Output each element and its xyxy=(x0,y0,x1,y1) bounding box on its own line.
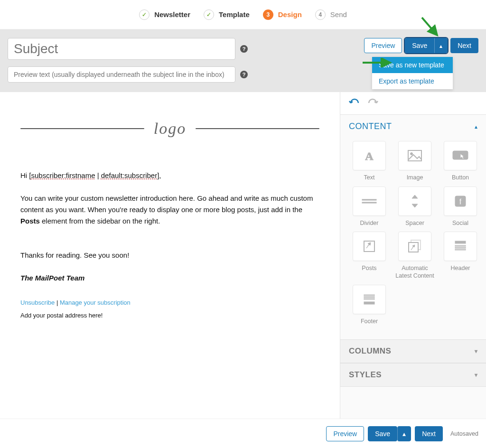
header-toolbar: ? ? Preview Save Next Save as new templa… xyxy=(0,29,486,92)
step-label: Send xyxy=(330,10,347,19)
tile-image[interactable]: Image xyxy=(394,141,435,182)
tile-spacer[interactable]: Spacer xyxy=(394,187,435,227)
merge-tag: default:subscriber xyxy=(101,171,157,179)
editor-sidebar: CONTENT ▴ A Text Image Button Divider xyxy=(340,92,486,420)
footer-links: Unsubscribe | Manage your subscription xyxy=(20,298,319,308)
save-dropdown-toggle[interactable] xyxy=(434,38,448,53)
svg-rect-10 xyxy=(409,243,418,252)
preview-button[interactable]: Preview xyxy=(364,38,402,53)
logo-text: logo xyxy=(154,116,186,141)
step-newsletter[interactable]: ✓ Newsletter xyxy=(139,9,190,20)
chevron-down-icon: ▾ xyxy=(475,372,478,378)
step-number-icon: 3 xyxy=(263,9,273,20)
export-as-template-item[interactable]: Export as template xyxy=(372,73,453,89)
check-icon: ✓ xyxy=(139,9,150,20)
tile-footer[interactable]: Footer xyxy=(349,285,390,326)
save-button[interactable]: Save xyxy=(405,38,434,53)
autosaved-label: Autosaved xyxy=(450,430,478,437)
svg-rect-8 xyxy=(364,241,374,252)
greeting-line: Hi [subscriber:firstname | default:subsc… xyxy=(20,170,319,181)
bottom-toolbar: Preview Save ▴ Next Autosaved xyxy=(0,419,486,448)
merge-tag: subscriber:firstname xyxy=(31,171,95,179)
svg-text:A: A xyxy=(365,150,374,162)
email-canvas[interactable]: logo Hi [subscriber:firstname | default:… xyxy=(0,92,340,420)
divider-line xyxy=(20,128,144,129)
unsubscribe-link[interactable]: Unsubscribe xyxy=(20,299,55,306)
help-icon[interactable]: ? xyxy=(240,45,248,53)
step-label: Design xyxy=(278,10,302,19)
tile-social[interactable]: f Social xyxy=(440,187,481,227)
svg-rect-12 xyxy=(455,245,466,246)
tile-button[interactable]: Button xyxy=(440,141,481,182)
svg-rect-18 xyxy=(364,302,374,304)
save-as-template-item[interactable]: Save as new template xyxy=(372,57,453,73)
next-button-bottom[interactable]: Next xyxy=(415,426,443,441)
preview-text-input[interactable] xyxy=(8,66,235,83)
top-action-buttons: Preview Save Next Save as new template E… xyxy=(364,38,478,53)
step-template[interactable]: ✓ Template xyxy=(204,9,250,20)
step-label: Newsletter xyxy=(154,10,190,19)
preview-button-bottom[interactable]: Preview xyxy=(326,426,364,441)
tile-divider[interactable]: Divider xyxy=(349,187,390,227)
step-label: Template xyxy=(219,10,250,19)
panel-columns-header[interactable]: COLUMNS ▾ xyxy=(340,339,486,363)
steps-nav: ✓ Newsletter ✓ Template 3 Design 4 Send xyxy=(0,0,486,29)
manage-subscription-link[interactable]: Manage your subscription xyxy=(60,299,131,306)
next-button[interactable]: Next xyxy=(450,38,478,53)
content-tiles: A Text Image Button Divider Spacer f S xyxy=(340,138,486,339)
tile-automatic-latest-content[interactable]: Automatic Latest Content xyxy=(394,232,435,280)
step-send[interactable]: 4 Send xyxy=(315,9,347,20)
chevron-down-icon: ▾ xyxy=(475,348,478,355)
subject-input[interactable] xyxy=(8,38,235,60)
svg-point-2 xyxy=(411,153,413,155)
svg-rect-15 xyxy=(364,295,374,296)
logo-header: logo xyxy=(20,116,319,141)
save-dropdown-toggle-bottom[interactable]: ▴ xyxy=(397,426,411,441)
svg-rect-17 xyxy=(364,299,374,299)
step-design[interactable]: 3 Design xyxy=(263,9,302,20)
save-split-button-bottom: Save ▴ xyxy=(368,426,411,441)
divider-line xyxy=(196,128,319,129)
body-paragraph: You can write your custom newsletter int… xyxy=(20,193,319,227)
step-number-icon: 4 xyxy=(315,9,326,20)
save-split-button: Save xyxy=(405,38,448,53)
svg-rect-11 xyxy=(455,241,466,243)
svg-rect-14 xyxy=(455,249,466,250)
bold-text: Posts xyxy=(20,217,40,225)
history-controls xyxy=(340,92,486,115)
check-icon: ✓ xyxy=(204,9,214,20)
svg-rect-5 xyxy=(362,202,376,203)
redo-icon[interactable] xyxy=(367,97,378,110)
tile-text[interactable]: A Text xyxy=(349,141,390,182)
tile-posts[interactable]: Posts xyxy=(349,232,390,280)
svg-rect-13 xyxy=(455,247,466,248)
undo-icon[interactable] xyxy=(349,97,360,110)
svg-text:f: f xyxy=(459,197,462,206)
svg-rect-16 xyxy=(364,297,374,298)
svg-rect-4 xyxy=(362,199,376,200)
tile-header[interactable]: Header xyxy=(440,232,481,280)
panel-styles-header[interactable]: STYLES ▾ xyxy=(340,363,486,387)
save-dropdown-menu: Save as new template Export as template xyxy=(372,57,453,89)
help-icon[interactable]: ? xyxy=(240,71,248,78)
postal-address: Add your postal address here! xyxy=(20,311,319,321)
body-paragraph: Thanks for reading. See you soon! xyxy=(20,250,319,261)
signature: The MailPoet Team xyxy=(20,272,319,284)
chevron-up-icon: ▴ xyxy=(475,123,478,130)
panel-content-header[interactable]: CONTENT ▴ xyxy=(340,115,486,138)
save-button-bottom[interactable]: Save xyxy=(368,426,397,441)
